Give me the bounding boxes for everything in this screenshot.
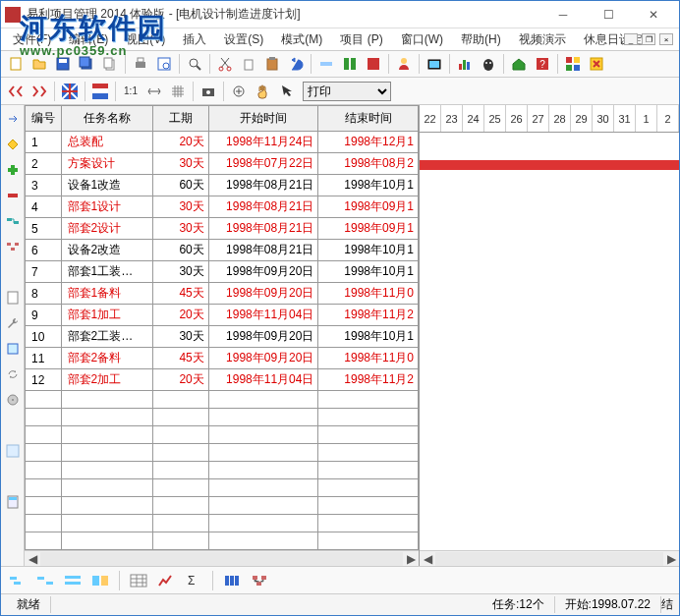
- gantt-bar[interactable]: [420, 160, 679, 170]
- sb-doc-icon[interactable]: [3, 288, 23, 308]
- menu-video[interactable]: 视频演示: [511, 29, 574, 50]
- camera-icon[interactable]: [198, 81, 219, 102]
- cell-num[interactable]: 1: [26, 132, 62, 153]
- cell-duration[interactable]: 45天: [152, 283, 208, 305]
- menu-edit[interactable]: 编辑(E): [61, 29, 116, 50]
- bt-view4-icon[interactable]: [89, 571, 111, 590]
- cell-duration[interactable]: 30天: [152, 218, 208, 240]
- table-row[interactable]: [26, 497, 419, 515]
- bt-view1-icon[interactable]: [7, 571, 28, 590]
- cell-start[interactable]: 1998年08月21日: [208, 175, 318, 196]
- cell-name[interactable]: 部套1备料: [61, 283, 152, 305]
- col-num[interactable]: 编号: [26, 106, 62, 132]
- tool-c-icon[interactable]: [363, 53, 384, 75]
- table-row[interactable]: 3设备1改造60天1998年08月21日1998年10月1: [26, 175, 419, 196]
- cell-name[interactable]: 设备1改造: [61, 175, 152, 196]
- table-row[interactable]: 7部套1工装…30天1998年09月20日1998年10月1: [26, 261, 419, 283]
- blocks-icon[interactable]: [562, 53, 584, 75]
- cut-icon[interactable]: [214, 53, 236, 75]
- cell-start[interactable]: 1998年11月04日: [208, 369, 318, 391]
- bt-sum-icon[interactable]: Σ: [183, 571, 204, 590]
- table-row[interactable]: [26, 532, 419, 550]
- cell-end[interactable]: 1998年12月1: [318, 132, 419, 153]
- col-start[interactable]: 开始时间: [208, 106, 318, 132]
- cell-name[interactable]: 部套2设计: [61, 218, 152, 240]
- cell-start[interactable]: 1998年08月21日: [208, 218, 318, 240]
- help-about-icon[interactable]: ?: [532, 53, 553, 75]
- copy2-icon[interactable]: [238, 53, 259, 75]
- cell-end[interactable]: 1998年08月2: [318, 153, 419, 175]
- cell-duration[interactable]: 60天: [152, 175, 208, 196]
- home-icon[interactable]: [508, 53, 530, 75]
- user-icon[interactable]: [393, 53, 415, 75]
- qq-icon[interactable]: [478, 53, 499, 75]
- cell-end[interactable]: 1998年10月1: [318, 240, 419, 261]
- cell-name[interactable]: 部套2加工: [61, 369, 152, 391]
- mdi-restore-button[interactable]: ❐: [642, 33, 655, 45]
- cell-num[interactable]: 10: [26, 326, 62, 348]
- expand-left-icon[interactable]: [5, 81, 27, 102]
- sb-page-icon[interactable]: [3, 339, 23, 359]
- table-row[interactable]: 2方案设计30天1998年07月22日1998年08月2: [26, 153, 419, 175]
- table-row[interactable]: 5部套2设计30天1998年08月21日1998年09月1: [26, 218, 419, 240]
- new-file-icon[interactable]: [5, 53, 27, 75]
- cell-start[interactable]: 1998年09月20日: [208, 261, 318, 283]
- cell-duration[interactable]: 20天: [152, 132, 208, 153]
- table-row[interactable]: [26, 391, 419, 409]
- maximize-button[interactable]: ☐: [587, 5, 630, 25]
- pointer-icon[interactable]: [275, 81, 297, 102]
- grid-hscroll[interactable]: ◀▶: [25, 550, 419, 566]
- cell-num[interactable]: 6: [26, 240, 62, 261]
- cell-num[interactable]: 7: [26, 261, 62, 283]
- cell-duration[interactable]: 30天: [152, 326, 208, 348]
- close-button[interactable]: ✕: [632, 5, 675, 25]
- sb-calc-icon[interactable]: [3, 492, 23, 512]
- tool-b-icon[interactable]: [339, 53, 361, 75]
- table-row[interactable]: 11部套2备料45天1998年09月20日1998年11月0: [26, 348, 419, 369]
- tool-a-icon[interactable]: [315, 53, 337, 75]
- fit-width-icon[interactable]: [143, 81, 165, 102]
- expand-right-icon[interactable]: [28, 81, 50, 102]
- sb-minus-icon[interactable]: [3, 186, 23, 205]
- scroll-icon[interactable]: [228, 81, 250, 102]
- cell-start[interactable]: 1998年09月20日: [208, 348, 318, 369]
- cell-name[interactable]: 部套1工装…: [61, 261, 152, 283]
- mdi-close-button[interactable]: ×: [659, 33, 673, 45]
- print-select[interactable]: 打印: [303, 82, 391, 101]
- table-row[interactable]: 8部套1备料45天1998年09月20日1998年11月0: [26, 283, 419, 305]
- table-row[interactable]: [26, 479, 419, 497]
- bt-net-icon[interactable]: [249, 571, 270, 590]
- grid-icon[interactable]: [167, 81, 189, 102]
- table-row[interactable]: 12部套2加工20天1998年11月04日1998年11月2: [26, 369, 419, 391]
- sb-refresh-icon[interactable]: [3, 364, 23, 384]
- cell-end[interactable]: 1998年10月1: [318, 175, 419, 196]
- cell-num[interactable]: 12: [26, 369, 62, 391]
- cell-end[interactable]: 1998年09月1: [318, 218, 419, 240]
- zoom-icon[interactable]: [184, 53, 205, 75]
- cell-num[interactable]: 4: [26, 196, 62, 218]
- save-all-icon[interactable]: [76, 53, 97, 75]
- exit-icon[interactable]: [586, 53, 607, 75]
- cell-num[interactable]: 2: [26, 153, 62, 175]
- cell-num[interactable]: 9: [26, 305, 62, 326]
- save-icon[interactable]: [52, 53, 74, 75]
- cell-start[interactable]: 1998年07月22日: [208, 153, 318, 175]
- cell-duration[interactable]: 30天: [152, 261, 208, 283]
- chart-icon[interactable]: [454, 53, 476, 75]
- menu-project[interactable]: 项目 (P): [332, 29, 390, 50]
- bt-view2-icon[interactable]: [34, 571, 56, 590]
- menu-setting[interactable]: 设置(S): [216, 29, 271, 50]
- cell-name[interactable]: 部套2工装…: [61, 326, 152, 348]
- cell-num[interactable]: 11: [26, 348, 62, 369]
- cell-duration[interactable]: 20天: [152, 369, 208, 391]
- sb-plus-icon[interactable]: [3, 160, 23, 180]
- sb-diamond-icon[interactable]: [3, 135, 23, 154]
- paste-icon[interactable]: [261, 53, 283, 75]
- cell-start[interactable]: 1998年11月24日: [208, 132, 318, 153]
- menu-window[interactable]: 窗口(W): [393, 29, 451, 50]
- cell-start[interactable]: 1998年09月20日: [208, 283, 318, 305]
- sb-arrow-icon[interactable]: [3, 109, 23, 129]
- cell-num[interactable]: 8: [26, 283, 62, 305]
- minimize-button[interactable]: ─: [541, 5, 585, 25]
- cell-end[interactable]: 1998年11月0: [318, 348, 419, 369]
